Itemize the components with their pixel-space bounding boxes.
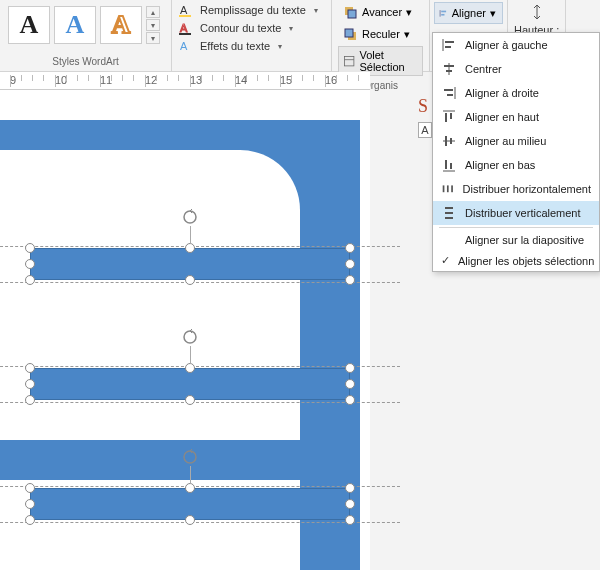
slide-canvas[interactable]: [0, 90, 370, 570]
svg-rect-12: [441, 10, 446, 12]
rotate-handle[interactable]: [181, 328, 199, 346]
align-icon: [439, 5, 448, 21]
svg-rect-28: [445, 136, 447, 146]
svg-rect-19: [444, 65, 454, 67]
svg-rect-38: [445, 217, 453, 219]
svg-rect-9: [345, 56, 354, 65]
align-right-item[interactable]: Aligner à droite: [433, 81, 599, 105]
selection-handle[interactable]: [345, 259, 355, 269]
distribute-h-icon: [441, 181, 455, 197]
svg-point-41: [184, 451, 196, 463]
svg-point-40: [184, 331, 196, 343]
backward-label: Reculer: [362, 28, 400, 40]
align-slide-item[interactable]: Aligner sur la diapositive: [433, 230, 599, 250]
white-cutout-2: [0, 260, 300, 440]
backward-icon: [342, 26, 358, 42]
selection-handle[interactable]: [25, 379, 35, 389]
check-icon: ✓: [441, 254, 450, 267]
text-effects-button[interactable]: A Effets du texte▾: [178, 38, 325, 54]
height-icon: [529, 4, 545, 20]
distribute-v-item[interactable]: Distribuer verticalement: [433, 201, 599, 225]
guide-line: [0, 366, 400, 367]
wordart-style-3[interactable]: A: [100, 6, 142, 44]
selection-handle[interactable]: [185, 243, 195, 253]
svg-rect-1: [179, 15, 191, 17]
align-left-item[interactable]: Aligner à gauche: [433, 33, 599, 57]
text-effects-icon: A: [178, 38, 194, 54]
svg-rect-6: [348, 10, 356, 18]
distribute-h-item[interactable]: Distribuer horizontalement: [433, 177, 599, 201]
selection-handle[interactable]: [25, 243, 35, 253]
align-top-item[interactable]: Aligner en haut: [433, 105, 599, 129]
dropdown-separator: [439, 227, 593, 228]
svg-rect-37: [445, 212, 453, 214]
text-fill-label: Remplissage du texte: [200, 4, 306, 16]
align-button[interactable]: Aligner▾: [434, 2, 503, 24]
selection-handle[interactable]: [345, 499, 355, 509]
rotate-handle[interactable]: [181, 208, 199, 226]
wordart-gallery[interactable]: A A A ▴▾▾: [4, 2, 167, 48]
svg-rect-29: [450, 138, 452, 144]
side-font-box[interactable]: A: [418, 122, 432, 138]
svg-rect-23: [447, 94, 453, 96]
selection-handle[interactable]: [25, 483, 35, 493]
selection-handle[interactable]: [185, 515, 195, 525]
wordart-style-1[interactable]: A: [8, 6, 50, 44]
selection-handle[interactable]: [185, 363, 195, 373]
text-effects-label: Effets du texte: [200, 40, 270, 52]
selection-pane-icon: [343, 53, 355, 69]
guide-line: [0, 402, 400, 403]
align-center-icon: [441, 61, 457, 77]
selection-handle[interactable]: [185, 483, 195, 493]
forward-label: Avancer: [362, 6, 402, 18]
align-middle-item[interactable]: Aligner au milieu: [433, 129, 599, 153]
selection-handle[interactable]: [25, 275, 35, 285]
guide-line: [0, 246, 400, 247]
align-selected-item[interactable]: ✓Aligner les objets sélectionn: [433, 250, 599, 271]
align-top-icon: [441, 109, 457, 125]
guide-line: [0, 522, 400, 523]
text-fill-button[interactable]: A Remplissage du texte▾: [178, 2, 325, 18]
distribute-v-icon: [441, 205, 457, 221]
svg-rect-20: [446, 70, 452, 72]
wordart-style-2[interactable]: A: [54, 6, 96, 44]
selection-handle[interactable]: [185, 275, 195, 285]
selection-handle[interactable]: [345, 243, 355, 253]
svg-rect-34: [447, 186, 449, 193]
wordart-more[interactable]: ▴▾▾: [146, 6, 160, 44]
align-left-icon: [441, 37, 457, 53]
selection-handle[interactable]: [345, 515, 355, 525]
selection-handle[interactable]: [25, 363, 35, 373]
selection-handle[interactable]: [25, 515, 35, 525]
svg-rect-16: [445, 41, 454, 43]
align-middle-icon: [441, 133, 457, 149]
wordart-group: A A A ▴▾▾ Styles WordArt: [0, 0, 172, 71]
selection-handle[interactable]: [345, 275, 355, 285]
guide-line: [0, 282, 400, 283]
svg-text:A: A: [180, 4, 188, 16]
align-dropdown: Aligner à gauche Centrer Aligner à droit…: [432, 32, 600, 272]
align-center-item[interactable]: Centrer: [433, 57, 599, 81]
svg-rect-3: [179, 33, 191, 35]
send-backward-button[interactable]: Reculer▾: [338, 24, 423, 44]
svg-rect-33: [443, 186, 445, 193]
svg-rect-35: [451, 186, 453, 193]
selection-handle[interactable]: [345, 395, 355, 405]
text-style-group: A Remplissage du texte▾ A Contour du tex…: [172, 0, 332, 71]
selection-handle[interactable]: [25, 395, 35, 405]
selection-handle[interactable]: [345, 483, 355, 493]
selection-handle[interactable]: [25, 259, 35, 269]
selection-handle[interactable]: [345, 379, 355, 389]
text-outline-label: Contour du texte: [200, 22, 281, 34]
align-bottom-icon: [441, 157, 457, 173]
svg-rect-17: [445, 46, 451, 48]
selection-handle[interactable]: [345, 363, 355, 373]
selection-handle[interactable]: [185, 395, 195, 405]
selection-handle[interactable]: [25, 499, 35, 509]
align-bottom-item[interactable]: Aligner en bas: [433, 153, 599, 177]
text-outline-button[interactable]: A Contour du texte▾: [178, 20, 325, 36]
horizontal-ruler[interactable]: 910111213141516: [0, 72, 370, 90]
rotate-handle[interactable]: [181, 448, 199, 466]
bring-forward-button[interactable]: Avancer▾: [338, 2, 423, 22]
svg-rect-31: [445, 160, 447, 169]
